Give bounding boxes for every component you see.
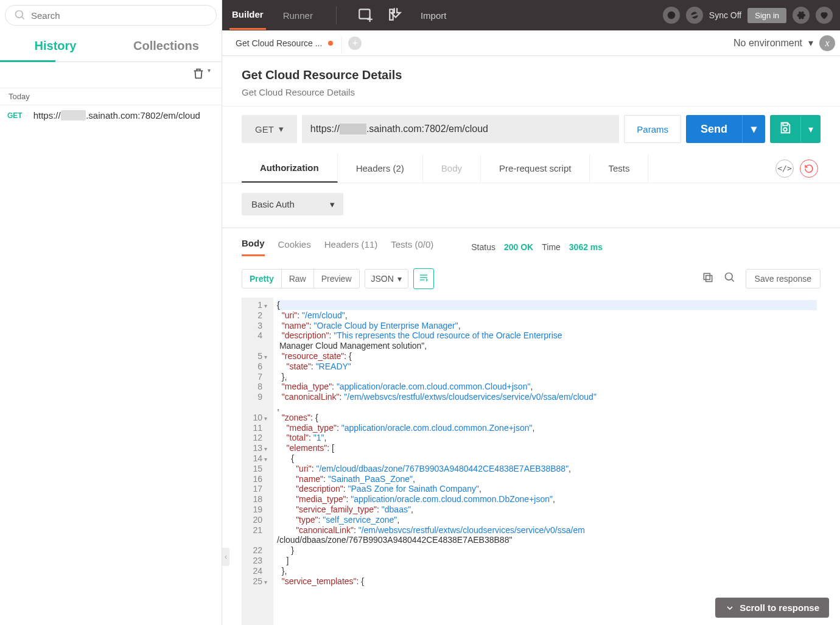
scroll-to-response-button[interactable]: Scroll to response [715,598,829,618]
params-button[interactable]: Params [624,115,681,143]
history-url: https://xxxxx.sainath.com:7802/em/cloud [33,110,200,120]
resp-tab-headers[interactable]: Headers (11) [324,239,378,256]
time-label: Time [542,242,561,252]
save-dropdown[interactable]: ▾ [800,116,821,142]
sync-label: Sync Off [709,10,741,20]
view-raw[interactable]: Raw [282,270,314,288]
chevron-down-icon[interactable]: ▾ [808,37,813,49]
resp-tab-tests[interactable]: Tests (0/0) [391,239,433,256]
topbar: Builder Runner Import Sync Off Sign in [222,0,840,30]
chevron-down-icon [725,603,735,613]
request-subtitle: Get Cloud Resource Details [242,87,821,97]
subtab-body[interactable]: Body [423,155,481,182]
svg-point-15 [725,273,732,281]
wrap-toggle[interactable] [413,268,434,289]
view-preview[interactable]: Preview [314,270,359,288]
resp-tab-cookies[interactable]: Cookies [278,239,311,256]
chevron-down-icon: ▾ [330,199,335,210]
mode-builder[interactable]: Builder [229,1,266,30]
save-response-button[interactable]: Save response [746,269,821,288]
svg-point-9 [783,128,787,131]
search-icon [14,9,26,21]
separator [336,6,337,24]
chevron-down-icon: ▾ [397,274,402,284]
svg-rect-2 [359,9,369,18]
tab-history[interactable]: History [0,30,111,61]
auth-type-selector[interactable]: Basic Auth ▾ [242,193,343,215]
history-method: GET [7,111,23,120]
settings-icon[interactable] [793,7,810,24]
resp-tab-body[interactable]: Body [242,238,265,256]
send-button[interactable]: Send ▾ [686,115,765,143]
history-item[interactable]: GET https://xxxxx.sainath.com:7802/em/cl… [0,105,222,125]
time-value: 3062 ms [569,242,603,252]
new-window-icon[interactable] [357,6,373,24]
response-body[interactable]: 1 ▾2 3 4 5 ▾6 7 8 9 10 ▾11 12 13 ▾14 ▾15… [242,298,821,625]
svg-rect-8 [783,123,787,126]
subtab-prerequest[interactable]: Pre-request script [481,155,590,182]
signin-button[interactable]: Sign in [747,8,786,23]
unsaved-dot [328,41,333,46]
subtab-headers[interactable]: Headers (2) [338,155,423,182]
main: Builder Runner Import Sync Off Sign in G… [222,0,840,625]
interceptor-icon[interactable] [663,7,680,24]
svg-point-7 [670,14,673,16]
svg-rect-13 [705,276,712,282]
request-tabs: Get Cloud Resource ... + No environment … [222,30,840,56]
svg-rect-5 [390,9,393,19]
chevron-down-icon[interactable]: ▾ [208,67,211,83]
sidebar: History Collections ▾ Today GET https://… [0,0,222,625]
sync-icon[interactable] [686,7,703,24]
subtab-authorization[interactable]: Authorization [242,154,338,183]
search-input[interactable] [31,10,208,21]
trash-icon[interactable] [192,67,205,83]
request-title[interactable]: Get Cloud Resource Details [242,68,821,82]
svg-line-16 [731,279,733,282]
svg-line-1 [22,17,24,19]
save-icon [770,115,800,143]
send-dropdown[interactable]: ▾ [742,115,765,143]
format-selector[interactable]: JSON▾ [365,269,408,288]
status-label: Status [471,242,495,252]
history-group-today: Today [0,88,222,105]
status-value: 200 OK [504,242,533,252]
method-selector[interactable]: GET▾ [242,115,297,143]
heart-icon[interactable] [816,7,833,24]
request-tab[interactable]: Get Cloud Resource ... [227,33,342,53]
chevron-down-icon: ▾ [279,124,284,134]
import-label[interactable]: Import [421,10,447,21]
tab-collections[interactable]: Collections [111,30,222,61]
view-pretty[interactable]: Pretty [242,270,282,288]
mode-runner[interactable]: Runner [281,2,315,29]
copy-icon[interactable] [702,271,714,286]
reset-icon[interactable] [800,159,818,178]
view-mode-segment: Pretty Raw Preview [242,269,360,288]
search-input-wrap[interactable] [5,5,217,26]
env-vars-button[interactable]: x [819,35,835,51]
url-input[interactable]: https://xxxxx.sainath.com:7802/em/cloud [302,115,619,143]
environment-selector[interactable]: No environment [733,38,802,49]
import-icon[interactable] [388,6,404,24]
collapse-sidebar-handle[interactable]: ‹ [222,548,229,566]
request-tab-label: Get Cloud Resource ... [236,38,322,48]
add-tab-button[interactable]: + [348,37,362,50]
subtab-tests[interactable]: Tests [590,155,648,182]
code-icon[interactable]: </> [775,159,794,178]
save-button[interactable]: ▾ [770,115,821,143]
search-response-icon[interactable] [724,271,736,286]
svg-point-0 [16,11,23,18]
svg-rect-14 [704,273,710,279]
